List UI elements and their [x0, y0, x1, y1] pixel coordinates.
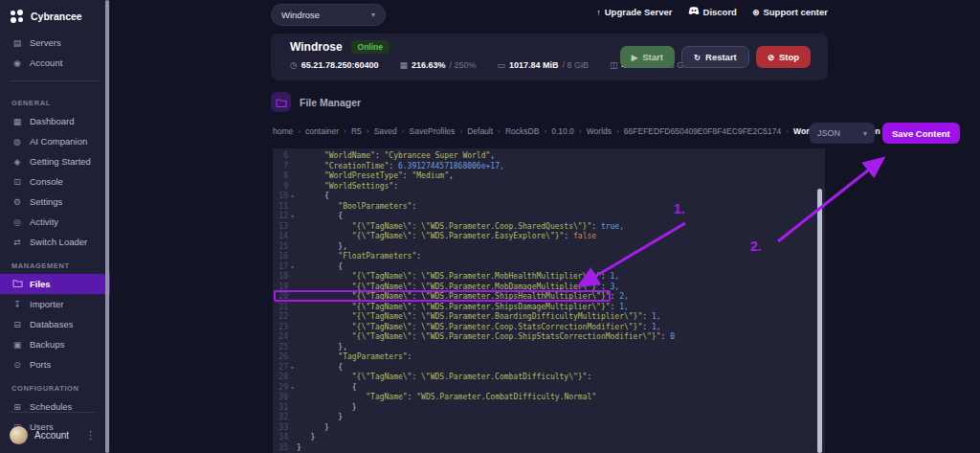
brand[interactable]: Cybrancee — [0, 0, 110, 33]
line-number: 13 — [273, 222, 288, 233]
servers-icon: ▤ — [11, 38, 23, 48]
kebab-menu-icon[interactable]: ⋮ — [85, 429, 98, 442]
code-text: "WorldName": "Cybrancee Super World", — [297, 151, 495, 162]
fold-marker-icon — [288, 332, 297, 343]
sidebar-item-importer[interactable]: ↧Importer — [0, 294, 110, 314]
line-number: 29 — [273, 383, 288, 394]
breadcrumb-separator-icon: › — [616, 126, 619, 136]
breadcrumb-item[interactable]: Worlds — [587, 126, 612, 136]
code-text: { — [297, 212, 343, 222]
fold-marker-icon: ▾ — [288, 383, 297, 394]
sidebar-item-switch-loader[interactable]: ⇄Switch Loader — [0, 232, 110, 252]
sidebar-item-label: Switch Loader — [30, 237, 87, 247]
code-line: 30 "TagName": "WDS.Parameter.CombatDiffi… — [273, 393, 825, 403]
breadcrumb-item[interactable]: 66FEFEDFD650409E0F8F4EC9FE2C5174 — [624, 126, 781, 136]
stop-button[interactable]: ⊘Stop — [756, 46, 811, 68]
code-editor[interactable]: 6 "WorldName": "Cybrancee Super World",7… — [273, 148, 825, 453]
line-number: 19 — [273, 283, 288, 293]
breadcrumb-item[interactable]: Saved — [374, 126, 397, 136]
sidebar-item-databases[interactable]: ⊟Databases — [0, 314, 110, 334]
fold-marker-icon — [288, 162, 297, 172]
code-text: "{\"TagName\": \"WDS.Parameter.MobDamage… — [297, 283, 619, 293]
sidebar-item-files[interactable]: Files — [0, 274, 110, 294]
sidebar-item-label: Dashboard — [30, 116, 74, 126]
fold-marker-icon — [288, 171, 297, 182]
sidebar-scrollbar[interactable] — [105, 0, 109, 453]
code-text: "BoolParameters": — [297, 202, 416, 213]
editor-scrollbar[interactable] — [817, 189, 822, 453]
line-number: 18 — [273, 272, 288, 283]
sidebar-item-backups[interactable]: ▣Backups — [0, 334, 110, 354]
divider — [10, 80, 100, 81]
line-number: 17 — [273, 262, 288, 273]
sidebar-section-label: MANAGEMENT — [0, 252, 110, 274]
breadcrumb-item[interactable]: home — [273, 126, 293, 136]
server-select-dropdown[interactable]: Windrose ▾ — [271, 4, 386, 26]
fold-marker-icon: ▾ — [288, 192, 297, 202]
code-text: "{\"TagName\": \"WDS.Parameter.ShipsHeal… — [297, 292, 629, 303]
language-select-dropdown[interactable]: JSON ▾ — [810, 123, 875, 144]
breadcrumb-separator-icon: › — [579, 126, 582, 136]
server-name: Windrose — [290, 40, 343, 54]
sidebar-nav: ▤Servers◉AccountGENERAL▦Dashboard◍AI Com… — [0, 33, 110, 437]
status-badge: Online — [351, 40, 390, 54]
code-line: 33 } — [273, 423, 825, 434]
start-button[interactable]: ▶Start — [620, 46, 675, 68]
breadcrumb-item[interactable]: 0.10.0 — [551, 126, 574, 136]
breadcrumb-item[interactable]: Default — [467, 126, 493, 136]
fold-marker-icon — [288, 292, 297, 303]
code-text: { — [297, 363, 343, 374]
line-number: 23 — [273, 323, 288, 333]
fold-marker-icon — [288, 352, 297, 363]
topbar-link-label: Support center — [763, 7, 828, 17]
breadcrumb-item[interactable]: R5 — [351, 126, 362, 136]
code-text: "FloatParameters": — [297, 252, 421, 262]
sidebar-item-dashboard[interactable]: ▦Dashboard — [0, 111, 110, 131]
sidebar-item-activity[interactable]: ◎Activity — [0, 212, 110, 232]
file-manager-header: File Manager — [271, 92, 361, 112]
code-text: "TagParameters": — [297, 352, 412, 363]
up-arrow-icon: ↑ — [596, 8, 601, 17]
fold-marker-icon — [288, 272, 297, 283]
sidebar-item-getting-started[interactable]: ◈Getting Started — [0, 151, 110, 171]
file-manager-title: File Manager — [300, 97, 361, 108]
sidebar-item-account[interactable]: ◉Account — [0, 53, 110, 73]
code-text: "WorldSettings": — [297, 182, 398, 193]
save-content-button[interactable]: Save Content — [882, 123, 960, 144]
sidebar-item-ports[interactable]: ⊙Ports — [0, 354, 110, 374]
download-icon: ↧ — [11, 300, 23, 309]
line-number: 7 — [273, 162, 288, 172]
sidebar-item-label: Databases — [30, 319, 73, 329]
sidebar-item-servers[interactable]: ▤Servers — [0, 33, 110, 53]
line-number: 27 — [273, 363, 288, 374]
breadcrumb-item[interactable]: container — [305, 126, 339, 136]
code-line: 20 "{\"TagName\": \"WDS.Parameter.ShipsH… — [273, 292, 825, 303]
stat-max: / 8 GiB — [563, 60, 590, 70]
code-text: "{\"TagName\": \"WDS.Parameter.MobHealth… — [297, 272, 619, 283]
code-text: "{\"TagName\": \"WDS.Parameter.CombatDif… — [297, 373, 591, 383]
chat-icon: ◍ — [11, 137, 23, 147]
sidebar-item-console[interactable]: ⊡Console — [0, 171, 110, 192]
sidebar-footer: Account ⋮ — [0, 404, 105, 450]
code-line: 21 "{\"TagName\": \"WDS.Parameter.ShipsD… — [273, 303, 825, 313]
topbar-link-upgrade-server[interactable]: ↑Upgrade Server — [596, 7, 672, 17]
breadcrumb-item[interactable]: SaveProfiles — [410, 126, 456, 136]
archive-icon: ▣ — [11, 340, 23, 350]
code-line: 14 "{\"TagName\": \"WDS.Parameter.EasyEx… — [273, 232, 825, 242]
restart-button[interactable]: ↻Restart — [681, 46, 749, 68]
topbar-link-discord[interactable]: Discord — [688, 7, 737, 17]
sidebar-item-ai-companion[interactable]: ◍AI Companion — [0, 131, 110, 151]
account-menu[interactable]: Account ⋮ — [0, 420, 105, 450]
breadcrumb-item[interactable]: RocksDB — [505, 126, 539, 136]
sidebar-item-settings[interactable]: ⚙Settings — [0, 192, 110, 212]
code-line: 19 "{\"TagName\": \"WDS.Parameter.MobDam… — [273, 283, 825, 293]
fold-marker-icon — [288, 232, 297, 242]
code-line: 34 } — [273, 433, 825, 443]
sidebar-section-label: CONFIGURATION — [0, 374, 110, 396]
code-line: 29▾ { — [273, 383, 825, 394]
topbar-link-support-center[interactable]: ⊛Support center — [752, 7, 828, 17]
line-number: 16 — [273, 252, 288, 262]
code-line: 22 "{\"TagName\": \"WDS.Parameter.Boardi… — [273, 312, 825, 323]
code-text: "{\"TagName\": \"WDS.Parameter.Coop.Shar… — [297, 222, 624, 233]
breadcrumb-separator-icon: › — [498, 126, 501, 136]
